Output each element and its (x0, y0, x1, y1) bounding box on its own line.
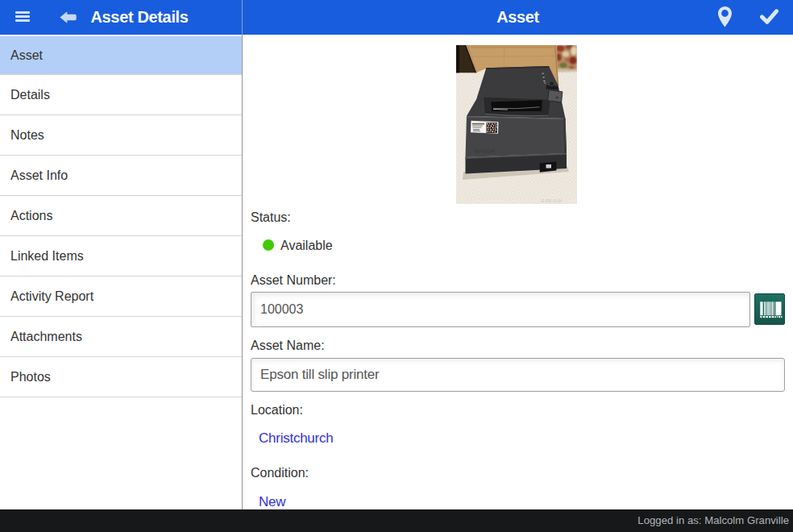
svg-text:E A86 10-44: E A86 10-44 (542, 199, 563, 203)
svg-text:EPSON: EPSON (475, 148, 496, 154)
